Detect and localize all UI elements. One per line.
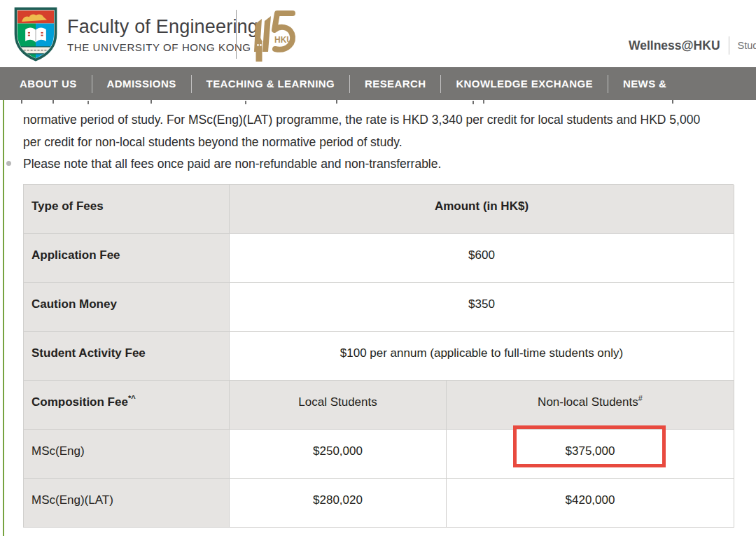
nav-news[interactable]: NEWS & [608, 78, 681, 90]
nav-knowledge-exchange[interactable]: KNOWLEDGE EXCHANGE [441, 78, 608, 90]
row-value-student-activity-fee: $100 per annum (applicable to full-time … [230, 332, 734, 381]
table-header-amount: Amount (in HK$) [230, 185, 734, 234]
nav-separator [440, 75, 441, 93]
table-header-type-of-fees: Type of Fees [24, 185, 230, 234]
bullet-icon [6, 161, 11, 166]
student-link[interactable]: Stud [738, 40, 756, 51]
nav-separator [191, 75, 192, 93]
subheader-local-students: Local Students [230, 381, 447, 430]
row-label-student-activity-fee: Student Activity Fee [24, 332, 230, 381]
nav-admissions[interactable]: ADMISSIONS [92, 78, 191, 90]
site-header: Faculty of Engineering THE UNIVERSITY OF… [0, 0, 756, 67]
row-value-application-fee: $600 [230, 234, 734, 283]
nav-teaching-learning[interactable]: TEACHING & LEARNING [192, 78, 349, 90]
composition-fee-footnote-marks: *^ [128, 394, 136, 402]
faculty-name: Faculty of Engineering [67, 16, 258, 38]
content-left-accent-line [3, 100, 4, 536]
hku-shield-icon [14, 7, 57, 62]
row-value-caution-money: $350 [230, 283, 734, 332]
hku-115-anniversary-icon[interactable]: HKU [246, 7, 297, 63]
faculty-wordmark: Faculty of Engineering THE UNIVERSITY OF… [67, 16, 258, 53]
subheader-nonlocal-students: Non-local Students# [447, 381, 734, 430]
refund-note: Please note that all fees once paid are … [23, 153, 727, 175]
university-name: THE UNIVERSITY OF HONG KONG [67, 41, 258, 53]
msc-eng-nonlocal-fee: $375,000 [447, 430, 734, 479]
utility-divider [729, 36, 729, 55]
row-label-application-fee: Application Fee [24, 234, 230, 283]
hku-engineering-logo[interactable]: Faculty of Engineering THE UNIVERSITY OF… [14, 7, 258, 62]
paragraph-line-1: normative period of study. For MSc(Eng)(… [23, 108, 727, 131]
clipped-text-fragments [21, 100, 22, 104]
fees-table: Type of Fees Amount (in HK$) Application… [23, 184, 734, 528]
row-label-caution-money: Caution Money [24, 283, 230, 332]
paragraph-line-2: per credit for non-local students beyond… [23, 131, 727, 153]
msc-eng-lat-local-fee: $280,020 [230, 479, 447, 528]
row-label-msc-eng: MSc(Eng) [24, 430, 230, 479]
nav-separator [608, 75, 608, 93]
main-nav: ABOUT US ADMISSIONS TEACHING & LEARNING … [0, 67, 756, 100]
nav-separator [349, 75, 350, 93]
msc-eng-lat-nonlocal-fee: $420,000 [447, 479, 734, 528]
header-divider [236, 10, 237, 59]
nonlocal-footnote-mark: # [638, 394, 643, 402]
msc-eng-local-fee: $250,000 [230, 430, 447, 479]
nav-separator [92, 75, 92, 93]
nav-research[interactable]: RESEARCH [350, 78, 440, 90]
composition-fee-text: Composition Fee [31, 395, 128, 409]
wellness-link[interactable]: Wellness@HKU [629, 38, 720, 53]
fees-paragraph: normative period of study. For MSc(Eng)(… [23, 108, 727, 153]
anniversary-hku-text: HKU [274, 35, 293, 45]
page: Faculty of Engineering THE UNIVERSITY OF… [0, 0, 756, 536]
row-label-composition-fee: Composition Fee*^ [24, 381, 230, 430]
nav-about-us[interactable]: ABOUT US [20, 78, 92, 90]
row-label-msc-eng-lat: MSc(Eng)(LAT) [24, 479, 230, 528]
header-utility-links: Wellness@HKU Stud [629, 36, 756, 55]
nonlocal-students-text: Non-local Students [538, 395, 638, 409]
